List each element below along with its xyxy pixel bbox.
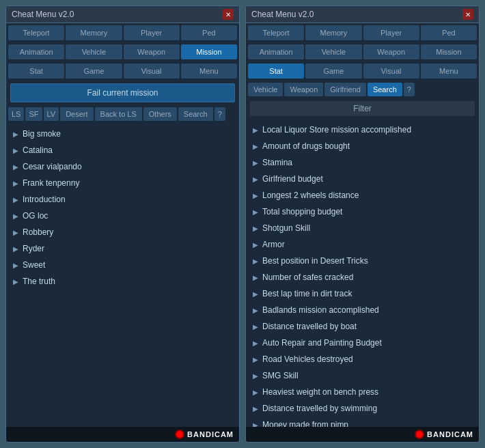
- sub-ls[interactable]: LS: [8, 107, 24, 121]
- nav-mission-1[interactable]: Mission: [181, 44, 237, 59]
- nav2-teleport[interactable]: Teleport: [248, 25, 304, 40]
- list-item[interactable]: ▶Best lap time in dirt track: [250, 285, 475, 302]
- list-item[interactable]: ▶Heaviest weight on bench press: [250, 384, 475, 400]
- list-item[interactable]: ▶Stamina: [250, 154, 475, 171]
- list-item[interactable]: ▶Distance travelled by boat: [250, 318, 475, 335]
- nav-player-1[interactable]: Player: [124, 25, 180, 40]
- list-item[interactable]: ▶Money made from pimp: [250, 417, 475, 427]
- fail-mission-button[interactable]: Fail current mission: [10, 83, 235, 102]
- arrow-icon: ▶: [13, 180, 18, 187]
- bandicam-logo-1: BANDICAM: [175, 430, 234, 439]
- nav2-animation[interactable]: Animation: [248, 44, 304, 59]
- list-item[interactable]: ▶Robbery: [10, 224, 235, 240]
- arrow-icon: ▶: [253, 159, 258, 167]
- sub2-girlfriend[interactable]: Girlfriend: [324, 83, 366, 96]
- nav2-player[interactable]: Player: [363, 25, 419, 40]
- sub-help-1[interactable]: ?: [214, 107, 225, 121]
- bandicam-logo-2: BANDICAM: [415, 430, 473, 439]
- list-item[interactable]: ▶Best position in Desert Tricks: [250, 253, 475, 269]
- action-bar-1: Fail current mission: [6, 81, 239, 105]
- nav2-visual[interactable]: Visual: [363, 64, 419, 79]
- nav-row-2-3: Stat Game Visual Menu: [246, 61, 479, 81]
- arrow-icon: ▶: [13, 262, 18, 269]
- arrow-icon: ▶: [253, 208, 258, 216]
- list-item[interactable]: ▶SMG Skill: [250, 367, 475, 384]
- list-item[interactable]: ▶Catalina: [10, 142, 235, 158]
- nav-animation-1[interactable]: Animation: [8, 44, 64, 59]
- arrow-icon: ▶: [253, 126, 258, 134]
- nav-menu-1[interactable]: Menu: [181, 64, 237, 79]
- nav-teleport-1[interactable]: Teleport: [8, 25, 64, 40]
- list-item[interactable]: ▶Longest 2 wheels distance: [250, 187, 475, 204]
- list-item[interactable]: ▶Frank tenpenny: [10, 175, 235, 191]
- list-item[interactable]: ▶Girlfriend budget: [250, 171, 475, 187]
- sub-sf[interactable]: SF: [25, 107, 42, 121]
- close-button-1[interactable]: ✕: [223, 9, 234, 20]
- arrow-icon: ▶: [13, 245, 18, 253]
- list-item[interactable]: ▶Local Liquor Store mission accomplished: [250, 122, 475, 138]
- sub-search-1[interactable]: Search: [178, 107, 213, 121]
- list-item[interactable]: ▶Introduction: [10, 191, 235, 208]
- nav-memory-1[interactable]: Memory: [66, 25, 122, 40]
- list-item[interactable]: ▶OG loc: [10, 208, 235, 224]
- bandicam-label-1: BANDICAM: [187, 430, 234, 438]
- nav2-memory[interactable]: Memory: [305, 25, 361, 40]
- nav-row-1-1: Teleport Memory Player Ped: [6, 23, 239, 42]
- list-item[interactable]: ▶Big smoke: [10, 126, 235, 142]
- arrow-icon: ▶: [13, 163, 18, 171]
- list-item[interactable]: ▶Number of safes cracked: [250, 269, 475, 285]
- rec-dot-icon-2: [415, 430, 424, 439]
- nav-row-1-2: Animation Vehicle Weapon Mission: [6, 42, 239, 61]
- arrow-icon: ▶: [253, 323, 258, 331]
- bandicam-label-2: BANDICAM: [427, 430, 473, 438]
- nav-ped-1[interactable]: Ped: [181, 25, 237, 40]
- list-item[interactable]: ▶Distance travelled by swimming: [250, 400, 475, 417]
- nav2-game[interactable]: Game: [305, 64, 361, 79]
- arrow-icon: ▶: [253, 176, 258, 183]
- arrow-icon: ▶: [253, 356, 258, 363]
- arrow-icon: ▶: [253, 143, 258, 150]
- cheat-window-1: Cheat Menu v2.0 ✕ Teleport Memory Player…: [5, 5, 240, 443]
- nav-game-1[interactable]: Game: [66, 64, 122, 79]
- sub-nav-1: LS SF LV Desert Back to LS Others Search…: [6, 105, 239, 123]
- close-button-2[interactable]: ✕: [462, 9, 473, 20]
- sub-lv[interactable]: LV: [44, 107, 59, 121]
- sub-others[interactable]: Others: [143, 107, 177, 121]
- list-item[interactable]: ▶Total shopping budget: [250, 204, 475, 220]
- arrow-icon: ▶: [253, 225, 258, 232]
- mission-list[interactable]: ▶Big smoke ▶Catalina ▶Cesar vialpando ▶F…: [6, 123, 239, 427]
- title-bar-1: Cheat Menu v2.0 ✕: [6, 6, 239, 23]
- list-item[interactable]: ▶Badlands mission accomplished: [250, 302, 475, 318]
- sub-back-to-ls[interactable]: Back to LS: [95, 107, 142, 121]
- arrow-icon: ▶: [253, 421, 258, 428]
- sub-desert[interactable]: Desert: [60, 107, 93, 121]
- arrow-icon: ▶: [13, 212, 18, 220]
- list-item[interactable]: ▶Road Vehicles destroyed: [250, 351, 475, 367]
- sub2-vehicle[interactable]: Vehicle: [248, 83, 283, 96]
- nav2-menu[interactable]: Menu: [421, 64, 477, 79]
- nav2-weapon[interactable]: Weapon: [363, 44, 419, 59]
- list-item[interactable]: ▶Shotgun Skill: [250, 220, 475, 236]
- list-item[interactable]: ▶Sweet: [10, 257, 235, 273]
- bandicam-bar-1: BANDICAM: [6, 427, 239, 442]
- nav2-vehicle[interactable]: Vehicle: [305, 44, 361, 59]
- nav2-stat[interactable]: Stat: [248, 64, 304, 79]
- sub-nav-2: Vehicle Weapon Girlfriend Search ?: [246, 81, 479, 98]
- nav2-ped[interactable]: Ped: [421, 25, 477, 40]
- list-item[interactable]: ▶The truth: [10, 273, 235, 290]
- list-item[interactable]: ▶Armor: [250, 236, 475, 253]
- nav2-mission[interactable]: Mission: [421, 44, 477, 59]
- list-item[interactable]: ▶Auto Repair and Painting Budget: [250, 335, 475, 351]
- nav-stat-1[interactable]: Stat: [8, 64, 64, 79]
- sub2-help[interactable]: ?: [404, 83, 415, 96]
- list-item[interactable]: ▶Ryder: [10, 240, 235, 257]
- nav-weapon-1[interactable]: Weapon: [124, 44, 180, 59]
- nav-visual-1[interactable]: Visual: [124, 64, 180, 79]
- list-item[interactable]: ▶Cesar vialpando: [10, 158, 235, 175]
- nav-vehicle-1[interactable]: Vehicle: [66, 44, 122, 59]
- stat-list[interactable]: ▶Local Liquor Store mission accomplished…: [246, 119, 479, 427]
- sub2-weapon[interactable]: Weapon: [284, 83, 323, 96]
- sub2-search[interactable]: Search: [368, 83, 402, 96]
- arrow-icon: ▶: [253, 389, 258, 396]
- list-item[interactable]: ▶Amount of drugs bought: [250, 138, 475, 154]
